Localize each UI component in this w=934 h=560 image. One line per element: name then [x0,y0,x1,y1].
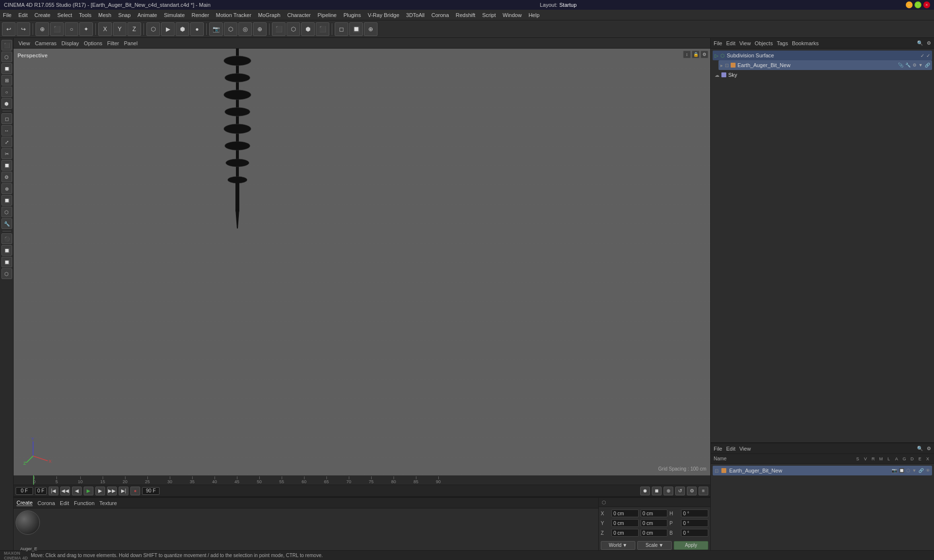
menu-item-create[interactable]: Create [35,12,51,18]
toolbar-btn-18[interactable]: ⬡ [224,22,237,36]
menu-item-mesh[interactable]: Mesh [98,12,111,18]
toolbar-btn-12[interactable]: ⬡ [146,22,160,36]
obj-edit-menu[interactable]: Edit [726,446,736,452]
lt-btn-c3[interactable]: ⬡ [1,268,12,279]
menu-item-render[interactable]: Render [192,12,209,18]
scale-button[interactable]: Scale ▼ [637,541,672,550]
menu-item-animate[interactable]: Animate [138,12,157,18]
menu-item-window[interactable]: Window [503,12,521,18]
pb-play[interactable]: ▶ [84,487,93,495]
menu-item-corona[interactable]: Corona [431,12,449,18]
scene-search-icon[interactable]: 🔍 [917,40,923,46]
obj-item-auger[interactable]: ⊡ Earth_Auger_Bit_New 📷 🔲 ⬡ ▼ 🔗 👁 [713,466,932,475]
toolbar-btn-25[interactable]: ⬛ [316,22,329,36]
toolbar-btn-27[interactable]: ◻ [335,22,348,36]
lt-btn-b7[interactable]: 🔲 [1,195,12,206]
pb-prev-frame[interactable]: ◀ [72,487,82,495]
obj-tag-x2[interactable]: 🔗 [918,468,924,473]
toolbar-btn-14[interactable]: ⬢ [176,22,189,36]
pb-motion[interactable]: ⊕ [664,487,673,495]
viewport-tab-options[interactable]: Options [84,40,102,46]
pb-rewind-start[interactable]: |◀ [49,487,58,495]
lt-btn-b2[interactable]: ⤢ [1,137,12,147]
obj-file-menu[interactable]: File [714,446,722,452]
lt-btn-c0[interactable]: ⚫ [1,233,12,244]
pb-record[interactable]: ● [130,487,140,495]
pb-timeline[interactable]: ≡ [699,487,708,495]
auger-tag1[interactable]: 📎 [898,63,903,68]
viewport[interactable]: Perspective Grid Spacing : 100 cm [14,49,710,475]
menu-item-3dtoall[interactable]: 3DToAll [406,12,425,18]
lt-btn-c2[interactable]: 🔲 [1,257,12,267]
toolbar-btn-24[interactable]: ⬢ [301,22,315,36]
lt-btn-0[interactable]: ⬛ [1,40,12,51]
fps-input[interactable] [35,487,47,495]
world-button[interactable]: World ▼ [601,541,635,550]
lt-btn-4[interactable]: ○ [1,87,12,97]
scene-item-sky[interactable]: ☁ Sky [713,70,932,80]
toolbar-btn-0[interactable]: ↩ [2,22,16,36]
menu-item-redshift[interactable]: Redshift [456,12,475,18]
pb-options[interactable]: ⚙ [687,487,697,495]
scene-item-subdivision[interactable]: ▷ ⬡ Subdivision Surface ✓ ✓ [713,51,932,60]
pb-next-key[interactable]: ▶▶ [107,487,117,495]
lt-btn-1[interactable]: ⬡ [1,52,12,62]
toolbar-btn-22[interactable]: ⬛ [272,22,286,36]
lt-btn-b0[interactable]: ◻ [1,113,12,124]
lt-btn-b1[interactable]: ↔ [1,125,12,136]
scene-edit-menu[interactable]: Edit [726,40,736,46]
pb-next-frame[interactable]: ▶ [95,487,105,495]
menu-item-file[interactable]: File [3,12,12,18]
toolbar-btn-15[interactable]: ● [190,22,204,36]
attr-x-pos[interactable]: 0 cm [611,509,639,517]
lt-btn-c1[interactable]: 🔲 [1,245,12,256]
toolbar-btn-8[interactable]: X [98,22,112,36]
layout-value[interactable]: Startup [559,2,576,8]
menu-item-character[interactable]: Character [287,12,310,18]
toolbar-btn-3[interactable]: ⊕ [36,22,49,36]
scene-bookmarks-menu[interactable]: Bookmarks [792,40,819,46]
attr-x-val2[interactable]: 0 cm [641,509,668,517]
viewport-expand-btn[interactable]: ↕ [683,51,691,58]
lt-btn-b6[interactable]: ⊕ [1,183,12,194]
auger-tag4[interactable]: ▼ [918,63,923,68]
material-ball-auger[interactable] [16,510,40,535]
lt-btn-b9[interactable]: 🔧 [1,218,12,229]
lt-btn-b8[interactable]: ⬡ [1,207,12,217]
toolbar-btn-20[interactable]: ⊕ [253,22,267,36]
maximize-button[interactable]: □ [915,1,921,8]
subdiv-check2[interactable]: ✓ [926,53,930,58]
lt-btn-2[interactable]: 🔲 [1,63,12,74]
viewport-tab-display[interactable]: Display [61,40,79,46]
apply-button[interactable]: Apply [674,541,708,550]
mat-tab-texture[interactable]: Texture [99,500,117,506]
viewport-tab-cameras[interactable]: Cameras [35,40,57,46]
mat-tab-function[interactable]: Function [74,500,94,506]
scene-item-auger[interactable]: ▸ ⊡ Earth_Auger_Bit_New 📎 🔧 ⚙ ▼ 🔗 [718,60,932,70]
pb-stop[interactable]: ⏹ [652,487,662,495]
pb-forward-end[interactable]: ▶| [119,487,128,495]
menu-item-mograph[interactable]: MoGraph [258,12,281,18]
menu-item-plugins[interactable]: Plugins [343,12,361,18]
lt-btn-b5[interactable]: ⚙ [1,172,12,182]
menu-item-v-ray-bridge[interactable]: V-Ray Bridge [368,12,399,18]
obj-tag-render[interactable]: 🔲 [899,468,904,473]
viewport-options-btn[interactable]: ⚙ [700,51,708,58]
toolbar-btn-9[interactable]: Y [113,22,126,36]
auger-tag3[interactable]: ⚙ [913,63,916,68]
attr-p-val[interactable]: 0 ° [681,519,708,527]
mat-tab-corona[interactable]: Corona [37,500,55,506]
scene-file-menu[interactable]: File [714,40,722,46]
menu-item-snap[interactable]: Snap [118,12,131,18]
obj-search-icon[interactable]: 🔍 [917,446,923,451]
scene-settings-icon[interactable]: ⚙ [927,40,931,46]
toolbar-btn-4[interactable]: ⬛ [50,22,64,36]
auger-tag2[interactable]: 🔧 [905,63,911,68]
toolbar-btn-6[interactable]: ✦ [79,22,93,36]
scene-tags-menu[interactable]: Tags [777,40,788,46]
lt-btn-b3[interactable]: ✂ [1,148,12,159]
toolbar-btn-28[interactable]: 🔲 [349,22,363,36]
menu-item-select[interactable]: Select [57,12,72,18]
toolbar-btn-17[interactable]: 📷 [209,22,223,36]
attr-z-pos[interactable]: 0 cm [611,529,639,537]
